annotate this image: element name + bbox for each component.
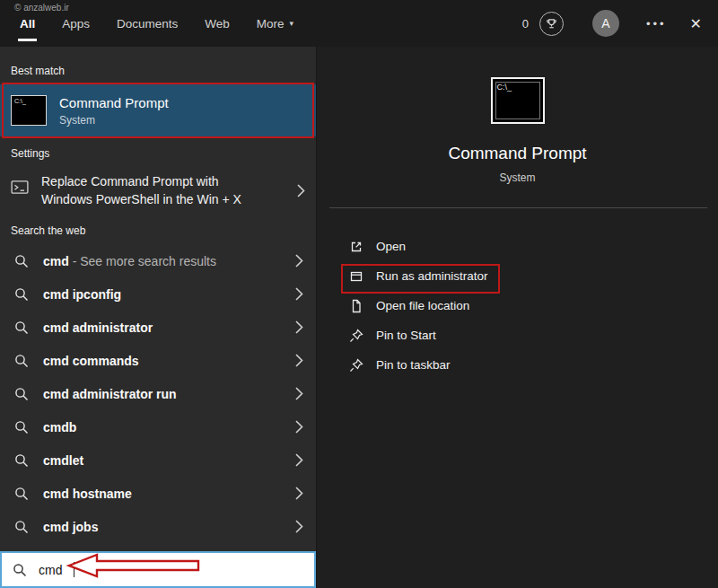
search-icon — [14, 520, 29, 534]
search-suggestion[interactable]: cmdb — [0, 410, 316, 443]
chevron-right-icon[interactable] — [295, 387, 303, 400]
tab-apps[interactable]: Apps — [62, 0, 90, 47]
pin-icon — [349, 329, 363, 343]
run-as-admin-icon — [349, 269, 363, 284]
search-icon — [14, 420, 29, 434]
chevron-right-icon[interactable] — [295, 520, 303, 533]
search-suggestion[interactable]: cmd hostname — [0, 477, 316, 510]
rewards-trophy-icon[interactable] — [539, 12, 564, 36]
best-match-subtitle: System — [59, 114, 169, 127]
preview-app-title: Command Prompt — [317, 144, 718, 163]
avatar[interactable]: A — [592, 10, 619, 37]
action-list: Open Run as administrator Open file loca… — [317, 232, 718, 380]
settings-result-label: Replace Command Prompt with Windows Powe… — [41, 172, 273, 208]
action-open-file-location[interactable]: Open file location — [349, 291, 718, 320]
tab-all[interactable]: All — [20, 0, 35, 47]
section-header-search-web: Search the web — [0, 214, 316, 244]
chevron-right-icon[interactable] — [295, 320, 303, 334]
search-suggestion-see-more[interactable]: cmd - See more search results — [0, 244, 316, 277]
action-run-as-administrator[interactable]: Run as administrator — [349, 261, 718, 291]
search-suggestion[interactable]: cmd ipconfig — [0, 277, 316, 311]
best-match-title: Command Prompt — [59, 95, 169, 110]
search-icon — [14, 354, 29, 368]
console-settings-icon — [11, 180, 29, 198]
chevron-down-icon: ▾ — [290, 19, 294, 28]
best-match-item[interactable]: C:\_ Command Prompt System — [0, 84, 316, 136]
chevron-right-icon[interactable] — [295, 420, 303, 434]
chevron-right-icon[interactable] — [295, 453, 303, 467]
chevron-right-icon[interactable] — [295, 354, 303, 367]
section-header-settings: Settings — [0, 136, 316, 167]
tab-web[interactable]: Web — [205, 0, 230, 47]
file-location-icon — [349, 299, 363, 313]
preview-app-subtitle: System — [317, 171, 718, 184]
text-cursor — [74, 562, 74, 577]
filter-tabs: All Apps Documents Web More▾ — [20, 0, 293, 47]
search-suggestion[interactable]: cmd administrator — [0, 311, 316, 344]
search-icon — [14, 320, 29, 335]
chevron-right-icon[interactable] — [295, 487, 303, 500]
open-icon — [349, 240, 363, 254]
rewards-count: 0 — [522, 17, 529, 31]
more-options-icon[interactable]: ••• — [646, 17, 667, 31]
preview-panel: C:\_ Command Prompt System Open Ru — [316, 47, 718, 588]
settings-result-item[interactable]: Replace Command Prompt with Windows Powe… — [0, 167, 316, 214]
close-icon[interactable]: ✕ — [690, 15, 702, 32]
search-suggestion[interactable]: cmd administrator run — [0, 377, 316, 410]
search-icon — [14, 387, 29, 401]
tab-documents[interactable]: Documents — [117, 0, 178, 47]
search-icon — [14, 453, 29, 468]
search-icon — [14, 254, 29, 268]
search-icon — [14, 287, 29, 302]
chevron-right-icon[interactable] — [297, 184, 305, 197]
chevron-right-icon[interactable] — [295, 254, 303, 268]
topbar-right-controls: 0 A ••• ✕ — [522, 0, 718, 47]
search-topbar: © anzalweb.ir All Apps Documents Web Mor… — [0, 0, 718, 47]
action-pin-to-start[interactable]: Pin to Start — [349, 320, 718, 350]
command-prompt-icon: C:\_ — [11, 95, 47, 126]
windows-search-panel: © anzalweb.ir All Apps Documents Web Mor… — [0, 0, 718, 588]
search-suggestion[interactable]: cmd commands — [0, 344, 316, 377]
preview-divider — [329, 207, 707, 208]
action-open[interactable]: Open — [349, 232, 718, 261]
search-icon — [13, 563, 27, 577]
command-prompt-icon-large: C:\_ — [491, 77, 545, 124]
section-header-best-match: Best match — [0, 54, 316, 84]
search-input[interactable]: cmd — [0, 551, 316, 588]
results-panel: Best match C:\_ Command Prompt System Se… — [0, 47, 316, 551]
action-pin-to-taskbar[interactable]: Pin to taskbar — [349, 350, 718, 380]
search-suggestion[interactable]: cmd jobs — [0, 510, 316, 543]
search-icon — [14, 487, 29, 501]
search-suggestion[interactable]: cmdlet — [0, 443, 316, 477]
tab-more[interactable]: More▾ — [257, 0, 293, 47]
pin-icon — [349, 358, 363, 373]
chevron-right-icon[interactable] — [295, 287, 303, 301]
search-query-text: cmd — [39, 563, 62, 577]
